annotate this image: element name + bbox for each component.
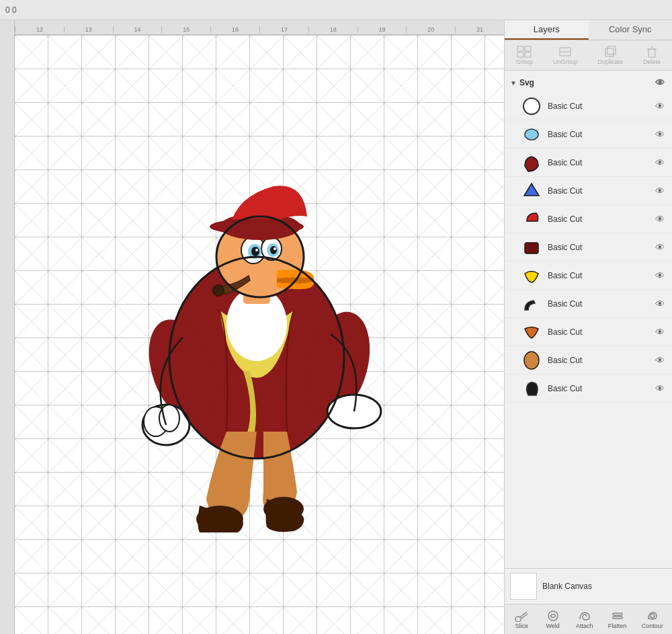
flatten-label: Flatten bbox=[608, 623, 627, 629]
layer-thumb bbox=[521, 321, 542, 343]
slice-label: Slice bbox=[515, 623, 528, 629]
slice-button[interactable]: Slice bbox=[511, 607, 532, 631]
ungroup-label: UnGroup bbox=[553, 58, 578, 65]
right-panel: Layers Color Sync Group UnGroup bbox=[504, 20, 672, 634]
layer-visibility-icon[interactable]: 👁 bbox=[653, 184, 667, 198]
toolbar-row: Group UnGroup Duplicate Delete bbox=[505, 40, 672, 71]
expand-triangle-icon: ▼ bbox=[510, 79, 517, 87]
blank-canvas-thumb bbox=[510, 573, 537, 600]
layer-visibility-icon[interactable]: 👁 bbox=[653, 382, 667, 395]
ruler-left bbox=[0, 20, 15, 634]
svg-group-header[interactable]: ▼ Svg 👁 bbox=[505, 73, 672, 92]
contour-button[interactable]: Contour bbox=[639, 607, 666, 631]
layers-list[interactable]: ▼ Svg 👁 Basic Cut👁Basic Cut👁Basic Cut👁Ba… bbox=[505, 71, 672, 568]
blank-canvas-label: Blank Canvas bbox=[542, 582, 592, 591]
ungroup-icon bbox=[557, 45, 573, 58]
delete-button[interactable]: Delete bbox=[639, 43, 665, 67]
layer-visibility-icon[interactable]: 👁 bbox=[653, 100, 667, 113]
layer-visibility-icon[interactable]: 👁 bbox=[653, 241, 667, 254]
svg-rect-33 bbox=[648, 49, 655, 57]
layer-label: Basic Cut bbox=[548, 327, 653, 337]
ruler-tick: 15 bbox=[161, 26, 210, 33]
layer-thumb bbox=[521, 152, 542, 173]
layer-label: Basic Cut bbox=[548, 158, 653, 167]
layer-label: Basic Cut bbox=[548, 130, 653, 139]
svg-rect-45 bbox=[613, 613, 622, 615]
attach-button[interactable]: Attach bbox=[573, 607, 596, 631]
weld-button[interactable]: Weld bbox=[542, 607, 564, 631]
flatten-button[interactable]: Flatten bbox=[605, 607, 630, 631]
layer-label: Basic Cut bbox=[548, 356, 653, 365]
layer-item[interactable]: Basic Cut👁 bbox=[505, 318, 672, 346]
bottom-toolbar: Slice Weld Attach Flatten bbox=[505, 604, 672, 634]
ruler-tick: 14 bbox=[113, 26, 162, 33]
svg-point-36 bbox=[523, 98, 540, 114]
layer-thumb bbox=[521, 378, 542, 399]
layer-item[interactable]: Basic Cut👁 bbox=[505, 177, 672, 205]
svg-point-37 bbox=[525, 129, 538, 140]
contour-icon bbox=[644, 609, 661, 623]
group-button[interactable]: Group bbox=[512, 43, 537, 67]
layers-container: Basic Cut👁Basic Cut👁Basic Cut👁Basic Cut👁… bbox=[505, 92, 672, 403]
layer-item[interactable]: Basic Cut👁 bbox=[505, 120, 672, 149]
svg-rect-28 bbox=[525, 52, 531, 57]
ungroup-button[interactable]: UnGroup bbox=[549, 43, 582, 67]
layer-item[interactable]: Basic Cut👁 bbox=[505, 374, 672, 403]
svg-point-15 bbox=[270, 246, 277, 254]
tab-bar: Layers Color Sync bbox=[505, 20, 672, 40]
layer-label: Basic Cut bbox=[548, 271, 653, 280]
tab-color-sync[interactable]: Color Sync bbox=[589, 20, 673, 40]
svg-rect-32 bbox=[607, 46, 616, 54]
group-icon bbox=[516, 45, 532, 58]
layer-label: Basic Cut bbox=[548, 299, 653, 309]
group-label: Group bbox=[516, 58, 533, 65]
main-area: 12131415161718192021 bbox=[0, 20, 672, 634]
duplicate-button[interactable]: Duplicate bbox=[593, 43, 627, 67]
ruler-top: 12131415161718192021 bbox=[0, 20, 504, 35]
ruler-tick: 20 bbox=[406, 26, 455, 33]
layer-thumb bbox=[521, 237, 542, 258]
layer-visibility-icon[interactable]: 👁 bbox=[653, 128, 667, 141]
svg-rect-31 bbox=[605, 48, 614, 56]
top-bar: 0 0 bbox=[0, 0, 672, 20]
layer-visibility-icon[interactable]: 👁 bbox=[653, 354, 667, 367]
svg-point-40 bbox=[524, 352, 539, 369]
svg-point-14 bbox=[251, 247, 259, 256]
layer-visibility-icon[interactable]: 👁 bbox=[653, 156, 667, 169]
layer-item[interactable]: Basic Cut👁 bbox=[505, 233, 672, 262]
layer-label: Basic Cut bbox=[548, 384, 653, 393]
contour-label: Contour bbox=[642, 623, 663, 629]
ruler-tick: 21 bbox=[455, 26, 504, 33]
layer-item[interactable]: Basic Cut👁 bbox=[505, 92, 672, 120]
layer-item[interactable]: Basic Cut👁 bbox=[505, 149, 672, 177]
layer-thumb bbox=[521, 350, 542, 371]
attach-icon bbox=[577, 609, 593, 623]
layer-item[interactable]: Basic Cut👁 bbox=[505, 262, 672, 290]
layer-visibility-icon[interactable]: 👁 bbox=[653, 269, 667, 282]
layer-thumb bbox=[521, 208, 542, 230]
weld-icon bbox=[545, 609, 561, 623]
svg-marker-38 bbox=[524, 184, 539, 196]
ruler-tick: 19 bbox=[358, 26, 407, 33]
layer-visibility-icon[interactable]: 👁 bbox=[653, 297, 667, 311]
layer-thumb bbox=[521, 293, 542, 315]
layer-thumb bbox=[521, 180, 542, 202]
layer-item[interactable]: Basic Cut👁 bbox=[505, 346, 672, 374]
ruler-tick: 13 bbox=[64, 26, 113, 33]
svg-rect-27 bbox=[517, 52, 523, 57]
layer-label: Basic Cut bbox=[548, 102, 653, 111]
layer-label: Basic Cut bbox=[548, 186, 653, 196]
delete-label: Delete bbox=[643, 58, 661, 65]
svg-group-eye-icon[interactable]: 👁 bbox=[653, 76, 667, 89]
tab-layers[interactable]: Layers bbox=[505, 20, 589, 40]
layer-visibility-icon[interactable]: 👁 bbox=[653, 325, 667, 339]
delete-icon bbox=[644, 45, 660, 58]
layer-thumb bbox=[521, 95, 542, 117]
layer-item[interactable]: Basic Cut👁 bbox=[505, 290, 672, 318]
svg-rect-25 bbox=[517, 46, 523, 51]
ruler-tick: 16 bbox=[210, 26, 259, 33]
layer-item[interactable]: Basic Cut👁 bbox=[505, 205, 672, 233]
grid-canvas bbox=[15, 35, 504, 634]
duplicate-icon bbox=[602, 45, 618, 58]
layer-visibility-icon[interactable]: 👁 bbox=[653, 212, 667, 226]
